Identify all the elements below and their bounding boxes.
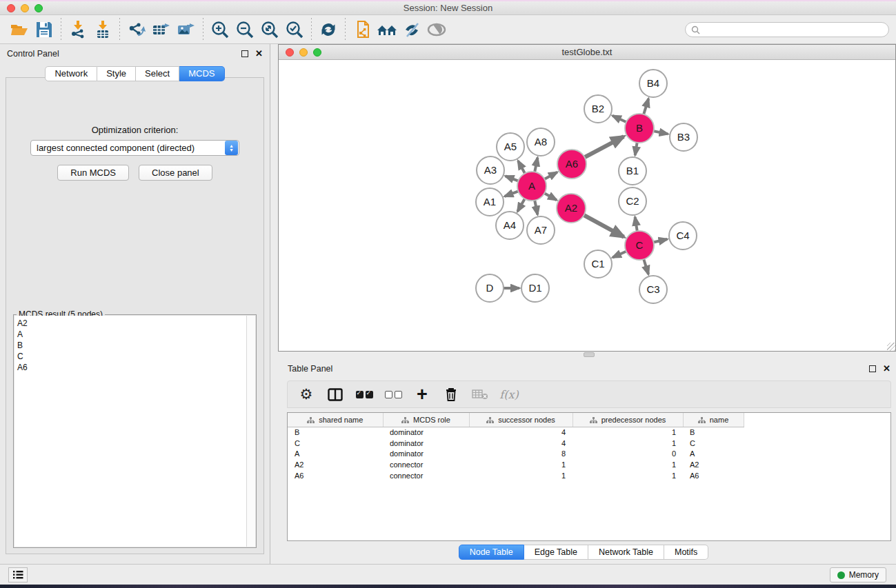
window-resize-handle[interactable] — [887, 343, 895, 351]
network-canvas[interactable]: B4B2BB3A8A5A6A3B1AC2A1A2A4A7C4CC1DD1C3 — [279, 61, 895, 351]
delete-column-button[interactable] — [439, 383, 463, 405]
column-header-shared-name[interactable]: shared name — [288, 413, 383, 427]
tab-node-table[interactable]: Node Table — [459, 545, 524, 560]
zoom-fit-button[interactable] — [257, 18, 282, 41]
graph-node-C3[interactable]: C3 — [639, 276, 667, 303]
add-column-button[interactable]: + — [410, 383, 434, 405]
graph-node-C2[interactable]: C2 — [619, 187, 646, 215]
graph-node-C[interactable]: C — [625, 231, 654, 260]
column-header-predecessor-nodes[interactable]: predecessor nodes — [573, 413, 683, 427]
close-panel-button[interactable]: Close panel — [139, 165, 212, 181]
tab-network-table[interactable]: Network Table — [588, 545, 664, 560]
table-row[interactable]: Cdominator41C — [288, 438, 890, 449]
zoom-in-button[interactable] — [208, 18, 232, 41]
function-builder-button[interactable]: f(x) — [497, 383, 521, 405]
network-overview-button[interactable] — [350, 18, 375, 41]
show-graphics-details-button[interactable] — [424, 18, 449, 41]
zoom-out-icon — [235, 20, 255, 39]
result-list-scrollbar[interactable] — [246, 316, 255, 547]
mcds-result-item[interactable]: A — [17, 329, 255, 340]
select-all-icon — [356, 391, 373, 398]
svg-text:C2: C2 — [626, 195, 639, 207]
graph-node-A5[interactable]: A5 — [497, 133, 524, 161]
table-row[interactable]: A2connector11A2 — [288, 459, 890, 470]
control-panel: Control Panel ✕ Optimization criterion: … — [0, 44, 270, 564]
dropdown-stepper-icon: ▲▼ — [225, 141, 238, 155]
table-row[interactable]: A6connector11A6 — [288, 470, 890, 481]
tab-edge-table[interactable]: Edge Table — [524, 545, 588, 560]
graph-node-B4[interactable]: B4 — [639, 70, 667, 97]
zoom-out-button[interactable] — [232, 18, 257, 41]
select-all-button[interactable] — [352, 383, 376, 405]
export-image-button[interactable] — [174, 18, 199, 41]
graph-node-C4[interactable]: C4 — [669, 222, 697, 250]
table-row[interactable]: Bdominator41B — [288, 427, 890, 438]
graph-node-B[interactable]: B — [625, 114, 654, 143]
table-cell: A — [288, 449, 383, 460]
tab-style[interactable]: Style — [97, 66, 136, 81]
table-row[interactable]: Adominator80A — [288, 449, 890, 460]
column-header-MCDS-role[interactable]: MCDS role — [383, 413, 469, 427]
float-table-panel-icon[interactable] — [869, 365, 876, 372]
run-mcds-button[interactable]: Run MCDS — [57, 165, 129, 181]
search-field[interactable] — [685, 22, 889, 37]
save-icon — [35, 21, 53, 39]
table-panel-tabs: Node TableEdge TableNetwork TableMotifs — [271, 545, 896, 560]
titlebar[interactable]: Session: New Session — [0, 1, 896, 15]
apply-layout-button[interactable] — [316, 18, 341, 41]
mcds-result-list[interactable]: A2ABCA6 — [14, 316, 255, 547]
network-window-titlebar[interactable]: testGlobe.txt — [279, 45, 895, 60]
mcds-result-item[interactable]: B — [17, 340, 255, 351]
graph-node-C1[interactable]: C1 — [584, 250, 612, 278]
status-menu-button[interactable] — [8, 567, 28, 582]
graph-node-B2[interactable]: B2 — [584, 95, 612, 123]
graph-node-A8[interactable]: A8 — [527, 128, 555, 156]
mcds-result-item[interactable]: A6 — [17, 362, 255, 373]
tab-motifs[interactable]: Motifs — [664, 545, 708, 560]
float-panel-icon[interactable] — [241, 50, 248, 57]
graph-node-D[interactable]: D — [476, 274, 504, 302]
optimization-criterion-dropdown[interactable]: largest connected component (directed) ▲… — [30, 140, 239, 156]
hide-details-icon — [401, 21, 422, 39]
mcds-result-item[interactable]: A2 — [17, 318, 255, 329]
node-table[interactable]: shared nameMCDS rolesuccessor nodesprede… — [287, 412, 891, 541]
close-panel-icon[interactable]: ✕ — [255, 50, 263, 57]
export-network-button[interactable] — [124, 18, 149, 41]
graph-node-A[interactable]: A — [517, 172, 546, 201]
graph-node-A4[interactable]: A4 — [496, 212, 524, 239]
graph-node-A1[interactable]: A1 — [476, 188, 504, 216]
table-cell: A2 — [683, 459, 744, 470]
import-table-button[interactable] — [90, 18, 115, 41]
mcds-result-item[interactable]: C — [17, 351, 255, 362]
home-button[interactable] — [375, 18, 399, 41]
divider-handle[interactable] — [584, 352, 595, 357]
graph-node-A7[interactable]: A7 — [527, 216, 555, 244]
table-options-button[interactable]: ⚙ — [295, 383, 318, 405]
tab-select[interactable]: Select — [136, 66, 179, 81]
import-network-button[interactable] — [66, 18, 90, 41]
delete-table-button[interactable] — [468, 383, 492, 405]
search-input[interactable] — [704, 25, 883, 34]
open-session-button[interactable] — [7, 18, 32, 41]
save-session-button[interactable] — [32, 18, 57, 41]
table-cell: 4 — [469, 427, 573, 438]
tab-mcds[interactable]: MCDS — [179, 66, 224, 81]
close-table-panel-icon[interactable]: ✕ — [883, 365, 890, 372]
horizontal-split-divider[interactable] — [271, 352, 896, 358]
graph-node-A3[interactable]: A3 — [477, 156, 504, 184]
memory-button[interactable]: Memory — [830, 567, 886, 582]
deselect-all-button[interactable] — [381, 383, 405, 405]
hide-graphics-details-button[interactable] — [399, 18, 424, 41]
zoom-selected-button[interactable] — [282, 18, 307, 41]
graph-node-B3[interactable]: B3 — [670, 123, 697, 151]
column-header-successor-nodes[interactable]: successor nodes — [469, 413, 573, 427]
graph-node-D1[interactable]: D1 — [521, 274, 549, 302]
plus-icon: + — [417, 387, 428, 401]
column-view-button[interactable] — [323, 383, 347, 405]
column-header-name[interactable]: name — [683, 413, 744, 427]
graph-node-A2[interactable]: A2 — [557, 194, 586, 223]
export-table-button[interactable] — [149, 18, 174, 41]
graph-node-B1[interactable]: B1 — [619, 157, 646, 185]
tab-network[interactable]: Network — [45, 66, 97, 81]
graph-node-A6[interactable]: A6 — [557, 150, 586, 179]
